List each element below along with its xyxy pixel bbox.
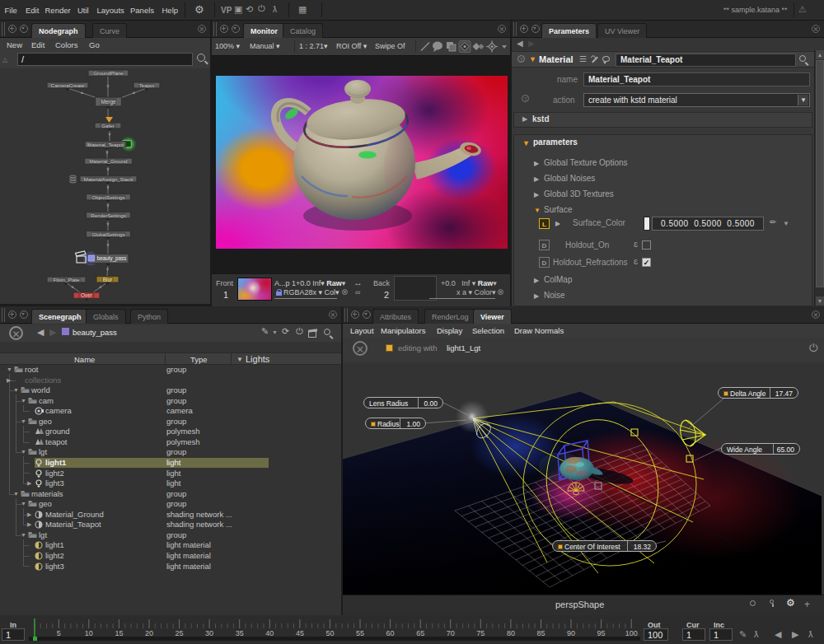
svg-text:Teapot: Teapot (139, 82, 155, 88)
svg-text:90: 90 (567, 629, 575, 637)
svg-text:GroundPlane: GroundPlane (93, 70, 124, 76)
svg-text:65: 65 (416, 629, 424, 637)
svg-text:MaterialAssign_Stack: MaterialAssign_Stack (84, 176, 133, 182)
svg-text:100: 100 (625, 629, 638, 637)
svg-text:beauty_pass: beauty_pass (97, 255, 127, 262)
svg-text:15: 15 (115, 629, 123, 637)
svg-text:60: 60 (386, 629, 395, 637)
svg-text:Blur: Blur (103, 277, 113, 282)
svg-text:Material_Ground: Material_Ground (89, 158, 128, 164)
svg-text:35: 35 (236, 629, 244, 637)
svg-text:Material_Teapot: Material_Teapot (87, 142, 124, 147)
svg-text:Flixin_Plate: Flixin_Plate (54, 277, 81, 282)
svg-text:85: 85 (536, 629, 545, 637)
svg-text:75: 75 (476, 629, 485, 637)
svg-text:50: 50 (325, 629, 334, 637)
svg-text:95: 95 (597, 629, 606, 637)
svg-text:5: 5 (57, 629, 61, 637)
svg-text:70: 70 (447, 629, 455, 637)
svg-text:GlobalSettings: GlobalSettings (91, 231, 124, 237)
svg-text:Merge: Merge (101, 99, 116, 105)
svg-text:40: 40 (265, 629, 274, 637)
svg-text:55: 55 (356, 629, 364, 637)
svg-text:25: 25 (176, 629, 184, 637)
svg-text:10: 10 (85, 629, 93, 637)
svg-text:CameraCreate: CameraCreate (51, 82, 85, 88)
svg-text:Over: Over (81, 292, 93, 298)
svg-text:80: 80 (507, 629, 515, 637)
svg-text:ObjectSettings: ObjectSettings (91, 194, 124, 200)
svg-text:30: 30 (205, 629, 213, 637)
svg-text:20: 20 (145, 629, 153, 637)
svg-text:Gafer: Gafer (101, 123, 114, 128)
svg-text:45: 45 (296, 629, 304, 637)
svg-text:RenderSettings: RenderSettings (91, 212, 126, 218)
